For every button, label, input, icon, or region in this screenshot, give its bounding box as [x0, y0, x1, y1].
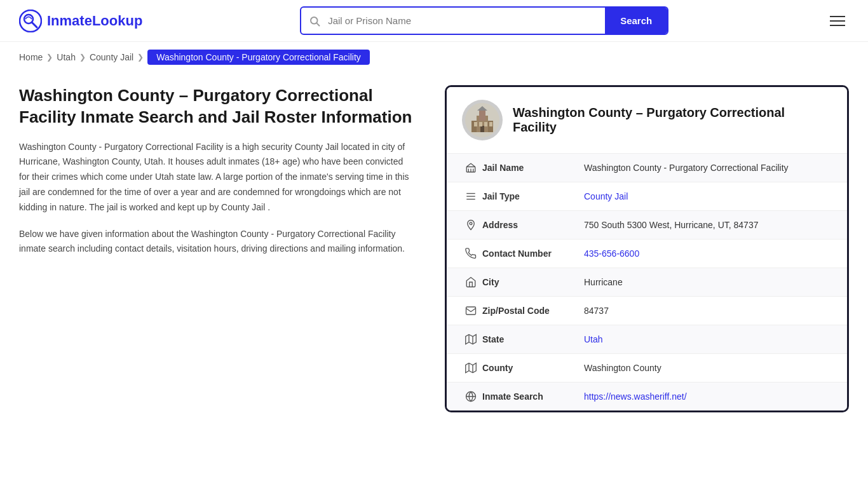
row-icon — [459, 162, 482, 173]
page-title: Washington County – Purgatory Correction… — [19, 85, 413, 128]
table-row: Jail Type County Jail — [447, 182, 847, 211]
table-row: Contact Number 435-656-6600 — [447, 240, 847, 268]
svg-rect-11 — [474, 122, 477, 126]
table-row: Zip/Postal Code 84737 — [447, 297, 847, 325]
svg-marker-24 — [466, 335, 477, 344]
table-row: Inmate Search https://news.washeriff.net… — [447, 383, 847, 410]
logo[interactable]: InmateLookup — [19, 10, 142, 32]
page-desc-1: Washington County - Purgatory Correction… — [19, 140, 413, 215]
row-label: Jail Name — [482, 163, 584, 173]
svg-point-0 — [20, 10, 41, 32]
info-card: Washington County – Purgatory Correction… — [445, 85, 849, 412]
breadcrumb-sep-3: ❯ — [137, 53, 144, 62]
row-value: Hurricane — [584, 277, 834, 287]
svg-rect-13 — [484, 122, 487, 126]
logo-icon — [19, 10, 42, 32]
page-desc-2: Below we have given information about th… — [19, 227, 413, 257]
row-value: Washington County — [584, 363, 834, 373]
svg-point-22 — [470, 222, 472, 225]
row-icon — [459, 276, 482, 288]
row-value: 84737 — [584, 306, 834, 316]
breadcrumb-county-jail[interactable]: County Jail — [90, 52, 133, 62]
row-link[interactable]: Utah — [584, 334, 603, 344]
row-icon — [459, 219, 482, 231]
svg-line-2 — [32, 22, 37, 27]
info-rows: Jail Name Washington County - Purgatory … — [447, 154, 847, 410]
facility-avatar — [462, 100, 503, 140]
row-label: Inmate Search — [482, 391, 584, 402]
search-input[interactable] — [328, 9, 605, 32]
breadcrumb-sep-1: ❯ — [46, 53, 53, 62]
row-icon — [459, 305, 482, 316]
row-link[interactable]: 435-656-6600 — [584, 248, 639, 259]
search-bar: Search — [300, 6, 668, 35]
row-icon — [459, 391, 482, 402]
row-label: Jail Type — [482, 191, 584, 201]
svg-marker-27 — [466, 363, 477, 373]
row-label: State — [482, 334, 584, 344]
svg-rect-10 — [480, 126, 484, 132]
header: InmateLookup Search — [0, 0, 868, 42]
hamburger-menu[interactable] — [826, 12, 849, 30]
row-value: 750 South 5300 West, Hurricane, UT, 8473… — [584, 220, 834, 230]
breadcrumb-active: Washington County - Purgatory Correction… — [147, 50, 370, 65]
row-icon — [459, 248, 482, 259]
row-icon — [459, 334, 482, 345]
search-icon — [301, 15, 328, 27]
svg-line-4 — [317, 23, 320, 25]
card-title: Washington County – Purgatory Correction… — [513, 105, 832, 135]
svg-rect-8 — [479, 109, 485, 121]
row-icon — [459, 362, 482, 374]
main-content: Washington County – Purgatory Correction… — [0, 72, 868, 425]
search-button[interactable]: Search — [605, 8, 667, 34]
breadcrumb-home[interactable]: Home — [19, 52, 43, 62]
table-row: Jail Name Washington County - Purgatory … — [447, 154, 847, 182]
left-column: Washington County – Purgatory Correction… — [19, 85, 426, 412]
svg-rect-12 — [479, 122, 482, 126]
card-header: Washington County – Purgatory Correction… — [447, 87, 847, 154]
table-row: County Washington County — [447, 354, 847, 383]
breadcrumb-utah[interactable]: Utah — [57, 52, 76, 62]
row-link[interactable]: https://news.washeriff.net/ — [584, 391, 687, 402]
row-label: Zip/Postal Code — [482, 306, 584, 316]
row-label: County — [482, 363, 584, 373]
breadcrumb-sep-2: ❯ — [79, 53, 86, 62]
table-row: Address 750 South 5300 West, Hurricane, … — [447, 211, 847, 240]
row-link[interactable]: County Jail — [584, 191, 628, 201]
row-label: City — [482, 277, 584, 287]
table-row: State Utah — [447, 325, 847, 354]
row-icon — [459, 191, 482, 202]
svg-rect-23 — [466, 307, 476, 315]
row-value: Washington County - Purgatory Correction… — [584, 163, 834, 173]
table-row: City Hurricane — [447, 268, 847, 297]
breadcrumb: Home ❯ Utah ❯ County Jail ❯ Washington C… — [0, 42, 868, 72]
row-label: Address — [482, 220, 584, 230]
svg-rect-14 — [489, 122, 492, 126]
right-column: Washington County – Purgatory Correction… — [445, 85, 849, 412]
row-label: Contact Number — [482, 248, 584, 259]
logo-text: InmateLookup — [47, 13, 142, 29]
